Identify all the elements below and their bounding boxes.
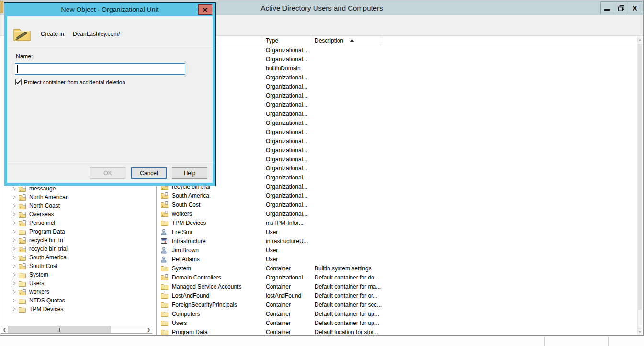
expand-arrow-icon[interactable]: [12, 186, 17, 191]
restore-button[interactable]: [614, 1, 628, 14]
tree-item[interactable]: recycle bin trial: [0, 245, 154, 253]
dialog-titlebar[interactable]: New Object - Organizational Unit: [4, 3, 215, 16]
table-row[interactable]: recycle bin trial Organizational...: [157, 182, 637, 191]
expand-arrow-icon[interactable]: [12, 195, 17, 200]
table-row[interactable]: Organizational...: [157, 155, 637, 164]
table-row[interactable]: Organizational...: [157, 55, 637, 64]
table-row[interactable]: Organizational...: [157, 100, 637, 109]
tree-item[interactable]: North Coast: [0, 201, 154, 210]
expand-arrow-icon[interactable]: [12, 272, 17, 277]
table-row[interactable]: South Cost Organizational...: [157, 200, 637, 209]
create-in-value: DeanLashley.com/: [73, 31, 120, 37]
table-row[interactable]: Domain Controllers Organizational... Def…: [157, 273, 637, 282]
object-name: LostAndFound: [172, 292, 209, 299]
table-row[interactable]: Jim Brown User: [157, 246, 637, 255]
scroll-right-icon[interactable]: ❯: [146, 326, 152, 333]
expand-arrow-icon[interactable]: [12, 264, 17, 268]
scrollbar-track[interactable]: [111, 326, 146, 333]
object-description: Default container for ma...: [311, 283, 455, 290]
expand-arrow-icon[interactable]: [12, 203, 17, 208]
folder-icon: [161, 320, 169, 326]
object-type: msTPM-Infor...: [262, 220, 311, 226]
tree-item[interactable]: South Cost: [0, 262, 154, 270]
create-in-label: Create in:: [41, 31, 66, 37]
scrollbar-thumb[interactable]: [638, 44, 642, 310]
scroll-up-icon[interactable]: ▲: [638, 36, 642, 43]
tree-item[interactable]: System: [0, 270, 154, 279]
expand-arrow-icon[interactable]: [12, 307, 17, 312]
table-row[interactable]: Infrastructure infrastructureU...: [157, 236, 637, 246]
tree-item[interactable]: workers: [0, 288, 154, 296]
object-name: Users: [172, 320, 187, 326]
table-row[interactable]: Organizational...: [157, 45, 637, 55]
scroll-left-icon[interactable]: ❮: [1, 326, 8, 333]
table-row[interactable]: Organizational...: [157, 136, 637, 145]
expand-arrow-icon[interactable]: [12, 221, 17, 225]
name-input[interactable]: [15, 63, 185, 75]
close-button[interactable]: X: [628, 1, 642, 14]
table-row[interactable]: builtinDomain: [157, 64, 637, 73]
tree-item[interactable]: Overseas: [0, 210, 154, 219]
list-vertical-scrollbar[interactable]: ▲ ▼: [637, 36, 642, 335]
table-row[interactable]: Organizational...: [157, 82, 637, 91]
expand-arrow-icon[interactable]: [12, 281, 17, 286]
object-name: workers: [172, 211, 192, 217]
table-row[interactable]: Organizational...: [157, 109, 637, 118]
table-row[interactable]: Managed Service Accounts Container Defau…: [157, 282, 637, 291]
console-tree: messauge North American North: [0, 184, 154, 313]
dialog-close-button[interactable]: [198, 4, 212, 15]
table-row[interactable]: Organizational...: [157, 164, 637, 173]
tree-item[interactable]: recycle bin tri: [0, 236, 154, 245]
column-header-type[interactable]: Type: [262, 36, 311, 45]
folder-icon: [19, 298, 26, 304]
expand-arrow-icon[interactable]: [12, 246, 17, 251]
expand-arrow-icon[interactable]: [12, 298, 17, 303]
expand-arrow-icon[interactable]: [12, 229, 17, 234]
tree-item[interactable]: North American: [0, 193, 154, 201]
tree-item[interactable]: Program Data: [0, 227, 154, 236]
table-row[interactable]: System Container Builtin system settings: [157, 264, 637, 273]
table-row[interactable]: Organizational...: [157, 173, 637, 182]
object-name: ForeignSecurityPrincipals: [172, 301, 237, 308]
protect-checkbox[interactable]: [15, 79, 22, 85]
ok-button[interactable]: OK: [90, 167, 125, 179]
scrollbar-thumb[interactable]: [8, 326, 111, 333]
tree-item[interactable]: Users: [0, 279, 154, 288]
sort-ascending-icon: [350, 39, 354, 42]
tree-item[interactable]: TPM Devices: [0, 305, 154, 313]
object-description: Default container for do...: [311, 274, 455, 281]
expand-arrow-icon[interactable]: [12, 255, 17, 260]
table-row[interactable]: workers Organizational...: [157, 209, 637, 218]
checkmark-icon: [16, 80, 21, 85]
table-row[interactable]: Organizational...: [157, 91, 637, 100]
tree-horizontal-scrollbar[interactable]: ❮ ❯: [1, 326, 152, 334]
expand-arrow-icon[interactable]: [12, 212, 17, 217]
table-row[interactable]: Organizational...: [157, 127, 637, 136]
help-button[interactable]: Help: [172, 167, 207, 179]
table-row[interactable]: Organizational...: [157, 73, 637, 82]
column-header-description[interactable]: Description: [311, 36, 382, 45]
table-row[interactable]: TPM Devices msTPM-Infor...: [157, 218, 637, 227]
object-type: Organizational...: [262, 211, 311, 217]
tree-item[interactable]: NTDS Quotas: [0, 296, 154, 305]
table-row[interactable]: Fre Smi User: [157, 227, 637, 236]
table-row[interactable]: Organizational...: [157, 118, 637, 127]
table-row[interactable]: Organizational...: [157, 145, 637, 155]
scroll-down-icon[interactable]: ▼: [638, 328, 642, 335]
table-row[interactable]: ForeignSecurityPrincipals Container Defa…: [157, 300, 637, 309]
folder-icon: [161, 220, 169, 226]
user-icon: [161, 229, 169, 235]
expand-arrow-icon[interactable]: [12, 290, 17, 294]
table-row[interactable]: South America Organizational...: [157, 191, 637, 200]
table-row[interactable]: Computers Container Default container fo…: [157, 309, 637, 318]
table-row[interactable]: LostAndFound lostAndFound Default contai…: [157, 291, 637, 300]
expand-arrow-icon[interactable]: [12, 238, 17, 243]
minimize-button[interactable]: [600, 1, 614, 14]
object-type: builtinDomain: [262, 65, 311, 72]
table-row[interactable]: Users Container Default container for up…: [157, 318, 637, 327]
cancel-button[interactable]: Cancel: [131, 167, 167, 179]
tree-item[interactable]: Personnel: [0, 219, 154, 227]
table-row[interactable]: Pet Adams User: [157, 255, 637, 264]
table-row[interactable]: Program Data Container Default location …: [157, 327, 637, 335]
tree-item[interactable]: South America: [0, 253, 154, 262]
